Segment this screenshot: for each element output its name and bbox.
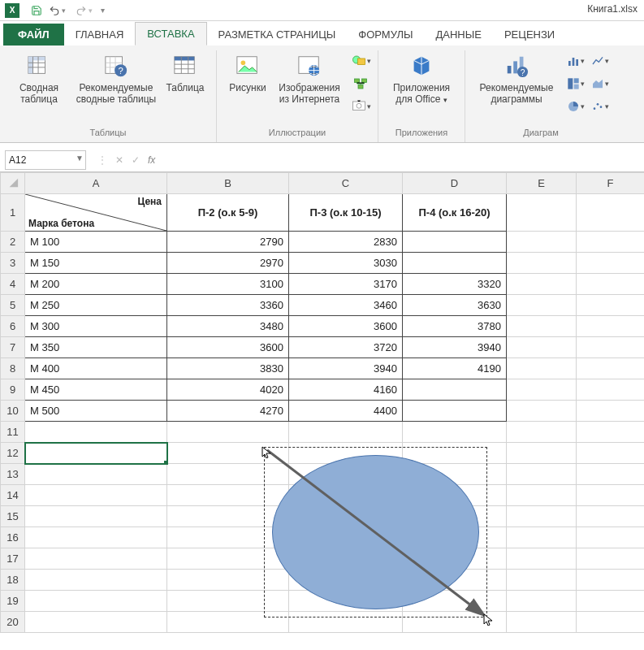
enter-edit-button[interactable]: ✓ <box>132 154 140 166</box>
row-header-1[interactable]: 1 <box>1 194 25 232</box>
undo-button[interactable] <box>45 2 63 20</box>
save-button[interactable] <box>28 2 45 20</box>
cell-B8[interactable]: 3830 <box>167 358 289 379</box>
row-header-16[interactable]: 16 <box>1 527 25 548</box>
tab-page-layout[interactable]: РАЗМЕТКА СТРАНИЦЫ <box>207 24 348 46</box>
cell-B12[interactable] <box>167 443 289 464</box>
col-header-C[interactable]: C <box>289 173 403 194</box>
cell-F1[interactable] <box>577 194 645 232</box>
cell-D19[interactable] <box>403 591 507 612</box>
cell-B18[interactable] <box>167 570 289 591</box>
cell-A14[interactable] <box>25 485 167 506</box>
cell-B3[interactable]: 2970 <box>167 253 289 274</box>
qat-customize[interactable]: ▾ <box>93 2 110 20</box>
shapes-button[interactable]: ▾ <box>350 52 371 70</box>
table-button[interactable]: Таблица <box>161 50 210 96</box>
cell-A10[interactable]: М 500 <box>25 401 167 422</box>
cell-E1[interactable] <box>507 194 577 232</box>
column-chart-button[interactable]: ▾ <box>564 52 586 70</box>
screenshot-button[interactable]: ▾ <box>350 98 371 115</box>
cell-C13[interactable] <box>289 464 403 485</box>
cell-D3[interactable] <box>403 253 507 274</box>
cell-D9[interactable] <box>403 379 507 401</box>
cell-B7[interactable]: 3600 <box>167 337 289 358</box>
row-header-4[interactable]: 4 <box>1 274 25 295</box>
cell-D5[interactable]: 3630 <box>403 295 507 316</box>
cell-B4[interactable]: 3100 <box>167 274 289 295</box>
cell-B16[interactable] <box>167 527 289 548</box>
cell-D12[interactable] <box>403 443 507 464</box>
line-chart-button[interactable]: ▾ <box>589 52 610 70</box>
cell-E18[interactable] <box>507 570 577 591</box>
cell-D15[interactable] <box>403 506 507 527</box>
cell-D6[interactable]: 3780 <box>403 316 507 337</box>
cell-C15[interactable] <box>289 506 403 527</box>
cell-C9[interactable]: 4160 <box>289 379 403 401</box>
cell-B20[interactable] <box>167 612 289 633</box>
cell-E2[interactable] <box>507 232 577 253</box>
row-header-2[interactable]: 2 <box>1 232 25 253</box>
row-header-13[interactable]: 13 <box>1 464 25 485</box>
cell-C17[interactable] <box>289 548 403 570</box>
cell-D11[interactable] <box>403 422 507 443</box>
cell-F6[interactable] <box>577 316 645 337</box>
name-box[interactable]: A12 ▼ <box>5 150 86 170</box>
cell-F5[interactable] <box>577 295 645 316</box>
cell-A15[interactable] <box>25 506 167 527</box>
cell-C6[interactable]: 3600 <box>289 316 403 337</box>
cell-C16[interactable] <box>289 527 403 548</box>
cell-B13[interactable] <box>167 464 289 485</box>
cell-D17[interactable] <box>403 548 507 570</box>
cell-A8[interactable]: М 400 <box>25 358 167 379</box>
cell-D8[interactable]: 4190 <box>403 358 507 379</box>
pictures-button[interactable]: Рисунки <box>223 50 272 96</box>
cell-E3[interactable] <box>507 253 577 274</box>
cell-E8[interactable] <box>507 358 577 379</box>
pivot-table-button[interactable]: Сводная таблица <box>6 50 71 107</box>
cell-E12[interactable] <box>507 443 577 464</box>
cell-F20[interactable] <box>577 612 645 633</box>
cell-F4[interactable] <box>577 274 645 295</box>
cell-C8[interactable]: 3940 <box>289 358 403 379</box>
cell-F12[interactable] <box>577 443 645 464</box>
cell-A12[interactable] <box>25 443 167 464</box>
cell-E4[interactable] <box>507 274 577 295</box>
cell-A13[interactable] <box>25 464 167 485</box>
row-header-9[interactable]: 9 <box>1 379 25 401</box>
cell-A18[interactable] <box>25 570 167 591</box>
col-header-B[interactable]: B <box>167 173 289 194</box>
cell-F17[interactable] <box>577 548 645 570</box>
redo-button[interactable] <box>72 2 90 20</box>
cell-A6[interactable]: М 300 <box>25 316 167 337</box>
cell-F3[interactable] <box>577 253 645 274</box>
cell-D2[interactable] <box>403 232 507 253</box>
row-header-20[interactable]: 20 <box>1 612 25 633</box>
cell-F16[interactable] <box>577 527 645 548</box>
col-header-F[interactable]: F <box>577 173 645 194</box>
tab-insert[interactable]: ВСТАВКА <box>135 22 206 46</box>
row-header-17[interactable]: 17 <box>1 548 25 570</box>
cell-B10[interactable]: 4270 <box>167 401 289 422</box>
cell-D4[interactable]: 3320 <box>403 274 507 295</box>
cell-A3[interactable]: М 150 <box>25 253 167 274</box>
cell-F13[interactable] <box>577 464 645 485</box>
col-header-D[interactable]: D <box>403 173 507 194</box>
cell-F8[interactable] <box>577 358 645 379</box>
online-images-button[interactable]: Изображения из Интернета <box>272 50 347 107</box>
cell-A5[interactable]: М 250 <box>25 295 167 316</box>
cell-F2[interactable] <box>577 232 645 253</box>
cell-D10[interactable] <box>403 401 507 422</box>
cell-E7[interactable] <box>507 337 577 358</box>
insert-function-button[interactable]: fx <box>148 154 155 166</box>
cell-C4[interactable]: 3170 <box>289 274 403 295</box>
col-header-A[interactable]: A <box>25 173 167 194</box>
scatter-chart-button[interactable]: ▾ <box>589 98 610 115</box>
cell-B11[interactable] <box>167 422 289 443</box>
cell-E17[interactable] <box>507 548 577 570</box>
tab-review[interactable]: РЕЦЕНЗИ <box>493 24 566 46</box>
cell-C20[interactable] <box>289 612 403 633</box>
row-header-12[interactable]: 12 <box>1 443 25 464</box>
cell-A7[interactable]: М 350 <box>25 337 167 358</box>
cell-E15[interactable] <box>507 506 577 527</box>
cell-C10[interactable]: 4400 <box>289 401 403 422</box>
